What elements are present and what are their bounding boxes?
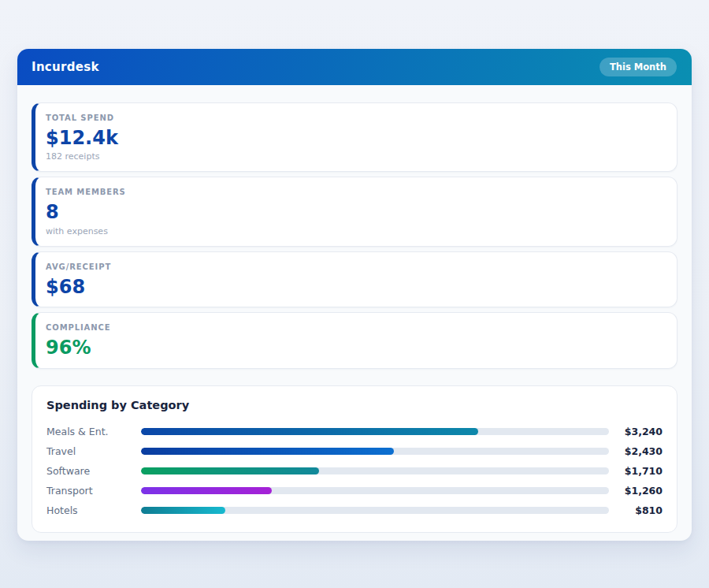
app-header: Incurdesk This Month bbox=[17, 49, 692, 85]
category-label: Travel bbox=[46, 445, 141, 457]
bar-fill bbox=[141, 448, 394, 455]
category-value: $1,260 bbox=[609, 485, 663, 497]
stat-label: TOTAL SPEND bbox=[46, 114, 663, 122]
category-value: $1,710 bbox=[609, 465, 663, 477]
category-value: $2,430 bbox=[609, 445, 663, 457]
category-row-meals: Meals & Ent. $3,240 bbox=[46, 422, 663, 441]
period-badge-button[interactable]: This Month bbox=[599, 58, 677, 76]
stat-card-total-spend: TOTAL SPEND $12.4k 182 receipts bbox=[32, 102, 677, 172]
stat-label: COMPLIANCE bbox=[46, 323, 663, 332]
bar-track bbox=[141, 467, 609, 474]
category-label: Software bbox=[46, 465, 141, 477]
category-row-transport: Transport $1,260 bbox=[46, 481, 663, 501]
bar-track bbox=[141, 448, 609, 455]
category-value: $810 bbox=[609, 504, 663, 516]
panel-title: Spending by Category bbox=[46, 399, 663, 411]
bar-fill bbox=[141, 467, 319, 474]
stat-card-team-members: TEAM MEMBERS 8 with expenses bbox=[32, 177, 677, 246]
category-row-software: Software $1,710 bbox=[46, 461, 663, 481]
stat-subtext: 182 receipts bbox=[46, 151, 663, 162]
category-value: $3,240 bbox=[609, 426, 663, 437]
bar-fill bbox=[141, 507, 225, 514]
bar-fill bbox=[141, 428, 478, 435]
bar-track bbox=[141, 428, 609, 435]
category-label: Meals & Ent. bbox=[46, 426, 141, 437]
stat-label: AVG/RECEIPT bbox=[46, 262, 663, 271]
bar-fill bbox=[141, 487, 272, 494]
stat-value: $12.4k bbox=[46, 128, 663, 148]
spending-by-category-panel: Spending by Category Meals & Ent. $3,240… bbox=[32, 385, 677, 533]
stat-label: TEAM MEMBERS bbox=[46, 188, 663, 196]
bar-track bbox=[141, 487, 609, 494]
stat-value: $68 bbox=[46, 277, 663, 297]
bar-track bbox=[141, 507, 609, 514]
category-label: Hotels bbox=[46, 504, 141, 516]
stat-card-avg-receipt: AVG/RECEIPT $68 bbox=[32, 251, 677, 307]
stat-subtext: with expenses bbox=[46, 226, 663, 236]
stat-value: 96% bbox=[46, 337, 663, 358]
stat-card-compliance: COMPLIANCE 96% bbox=[32, 312, 677, 368]
app-title: Incurdesk bbox=[32, 60, 99, 74]
category-label: Transport bbox=[46, 485, 141, 497]
dashboard-card: Incurdesk This Month TOTAL SPEND $12.4k … bbox=[17, 49, 692, 541]
category-row-hotels: Hotels $810 bbox=[46, 501, 663, 520]
stat-value: 8 bbox=[46, 202, 663, 222]
category-row-travel: Travel $2,430 bbox=[46, 441, 663, 461]
dashboard-content: TOTAL SPEND $12.4k 182 receipts TEAM MEM… bbox=[17, 85, 692, 541]
